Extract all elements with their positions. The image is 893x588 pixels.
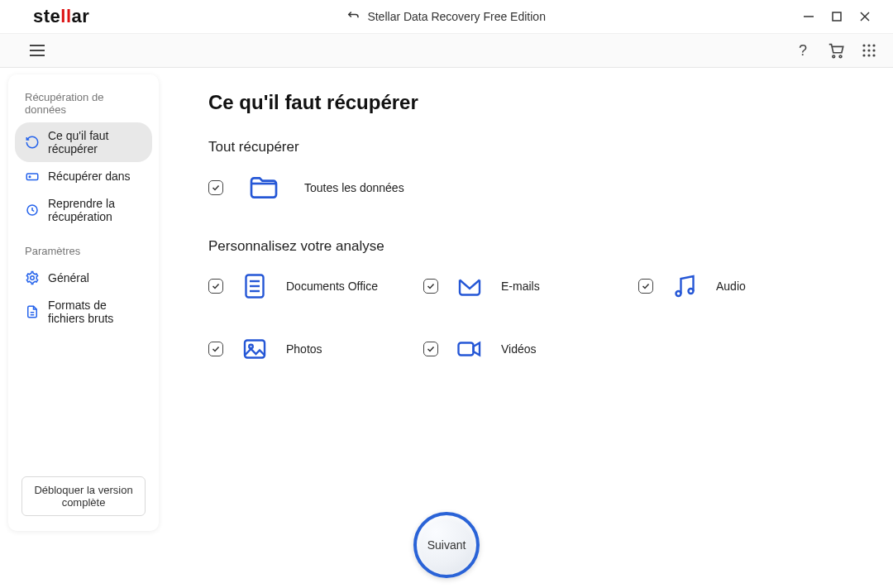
sidebar-item-raw-formats[interactable]: Formats de fichiers bruts [15,292,152,332]
body: Récupération de données Ce qu'il faut ré… [0,68,893,588]
file-icon [25,304,40,319]
drive-icon [25,169,40,184]
checkbox-photos[interactable] [208,342,223,356]
next-button[interactable]: Suivant [413,512,480,578]
close-button[interactable] [858,10,872,23]
brand-mid: ll [60,6,71,26]
svg-point-18 [31,276,35,280]
option-audio: Audio [638,270,845,303]
sidebar-item-resume-recovery[interactable]: Reprendre la récupération [15,190,152,230]
svg-point-11 [872,49,875,51]
option-label: Toutes les données [304,181,404,194]
brand-logo: stellar [33,6,89,27]
brand-pre: ste [33,6,60,26]
checkbox-videos[interactable] [423,342,438,356]
page-title: Ce qu'il faut récupérer [208,91,845,114]
svg-point-4 [833,55,835,58]
svg-point-25 [676,291,681,296]
checkbox-all-data[interactable] [208,180,223,195]
clock-icon [25,203,40,218]
help-icon[interactable]: ? [794,41,812,60]
section-customize: Personnalisez votre analyse [208,238,845,255]
sidebar-section-settings: Paramètres [15,240,152,264]
svg-point-7 [867,44,870,46]
category-grid: Documents Office E-mails Audio [208,270,845,366]
svg-point-5 [839,55,842,58]
brand-post: ar [72,6,90,26]
toolbar: ? [0,33,893,68]
unlock-full-version-button[interactable]: Débloquer la version complète [21,476,146,516]
toolbar-icons: ? [794,41,878,60]
sidebar-section-recovery: Récupération de données [15,86,152,122]
mail-icon [453,270,486,303]
window-title: Stellar Data Recovery Free Edition [367,10,546,23]
app-window: stellar Stellar Data Recovery Free Editi… [0,0,893,588]
cart-icon[interactable] [827,41,845,60]
sidebar-item-recover-from[interactable]: Récupérer dans [15,162,152,190]
sidebar: Récupération de données Ce qu'il faut ré… [8,74,159,531]
restore-icon [25,135,40,150]
option-photos: Photos [208,332,415,366]
svg-point-13 [867,54,870,56]
sidebar-item-label: Reprendre la récupération [48,197,142,223]
next-button-label: Suivant [427,538,466,552]
svg-point-16 [29,176,31,178]
gear-icon [25,270,40,285]
svg-point-10 [867,49,870,51]
svg-point-26 [689,289,694,294]
apps-grid-icon[interactable] [860,41,878,60]
window-controls [802,10,872,23]
video-icon [453,332,486,366]
image-icon [238,332,271,366]
svg-rect-27 [245,341,265,358]
option-label: Audio [716,280,746,293]
sidebar-item-general[interactable]: Général [15,264,152,292]
sidebar-item-what-to-recover[interactable]: Ce qu'il faut récupérer [15,122,152,162]
option-documents: Documents Office [208,270,415,303]
document-icon [238,270,271,303]
sidebar-item-label: Ce qu'il faut récupérer [48,129,142,155]
checkbox-documents[interactable] [208,279,223,294]
main-panel: Ce qu'il faut récupérer Tout récupérer T… [159,68,878,573]
music-icon [668,270,701,303]
option-emails: E-mails [423,270,630,303]
svg-point-8 [872,44,875,46]
option-label: Vidéos [501,342,537,356]
option-label: E-mails [501,280,540,293]
option-label: Documents Office [286,280,378,293]
svg-rect-15 [26,174,38,180]
menu-button[interactable] [30,41,50,60]
checkbox-emails[interactable] [423,279,438,294]
titlebar: stellar Stellar Data Recovery Free Editi… [0,0,893,33]
back-icon[interactable] [346,8,361,26]
sidebar-item-label: Récupérer dans [48,170,131,183]
option-label: Photos [286,342,322,356]
window-title-area: Stellar Data Recovery Free Edition [89,8,802,26]
svg-point-9 [862,49,865,51]
minimize-button[interactable] [802,10,815,23]
folder-icon [246,170,281,205]
svg-point-14 [872,54,875,56]
svg-rect-29 [459,343,474,356]
option-all-data: Toutes les données [208,170,845,205]
sidebar-item-label: Formats de fichiers bruts [48,299,142,325]
maximize-button[interactable] [830,10,843,23]
svg-point-6 [862,44,865,46]
svg-rect-1 [833,12,841,21]
option-videos: Vidéos [423,332,630,366]
checkbox-audio[interactable] [638,279,653,294]
svg-point-12 [862,54,865,56]
section-recover-all: Tout récupérer [208,139,845,155]
sidebar-item-label: Général [48,271,89,284]
